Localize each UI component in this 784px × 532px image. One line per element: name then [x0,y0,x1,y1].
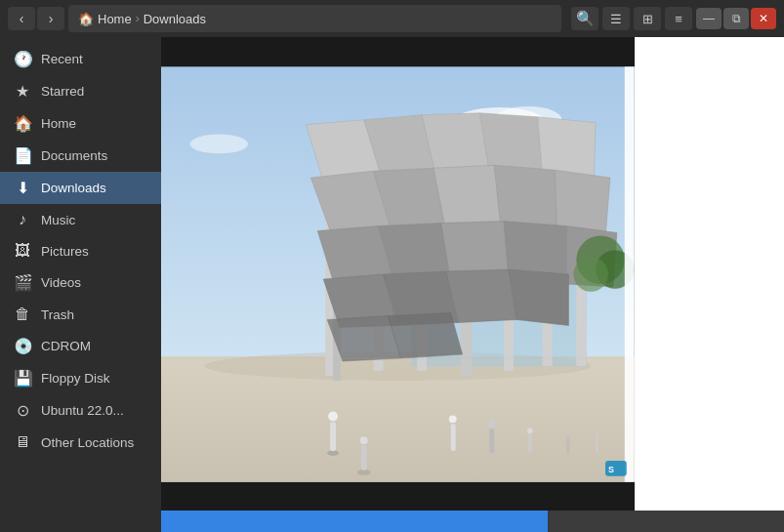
titlebar-actions: 🔍 ☰ ⊞ ≡ [571,7,692,30]
sidebar-item-other[interactable]: 🖥 Other Locations [0,427,161,458]
bottom-bar [161,511,784,532]
svg-rect-45 [361,445,367,471]
sidebar-item-trash[interactable]: 🗑 Trash [0,299,161,330]
menu-button[interactable]: ≡ [665,7,692,30]
sidebar-item-pictures[interactable]: 🖼 Pictures [0,235,161,266]
videos-icon: 🎬 [14,273,31,292]
nav-buttons: ‹ › [8,7,64,30]
svg-text:S: S [608,464,614,473]
maximize-button[interactable]: ⧉ [723,8,749,29]
downloads-icon: ⬇ [14,179,31,197]
svg-point-40 [573,257,608,292]
sidebar-label-starred: Starred [41,84,147,99]
titlebar: ‹ › 🏠 Home › Downloads 🔍 ☰ ⊞ ≡ — ⧉ ✕ [0,0,784,37]
svg-point-3 [190,134,248,153]
sidebar-item-home[interactable]: 🏠 Home [0,107,161,140]
sidebar-item-ubuntu[interactable]: ⊙ Ubuntu 22.0... [0,394,161,427]
progress-bar-remaining [548,511,784,532]
pictures-icon: 🖼 [14,242,31,260]
grid-view-button[interactable]: ⊞ [634,7,661,30]
minimize-button[interactable]: — [696,8,722,29]
sidebar-item-videos[interactable]: 🎬 Videos [0,266,161,299]
documents-icon: 📄 [14,146,31,165]
starred-icon: ★ [14,82,31,101]
sidebar-item-recent[interactable]: 🕐 Recent [0,43,161,75]
svg-marker-37 [388,312,462,357]
ubuntu-icon: ⊙ [14,401,31,420]
back-button[interactable]: ‹ [8,7,35,30]
sidebar-item-cdrom[interactable]: 💿 CDROM [0,330,161,362]
sidebar: 🕐 Recent ★ Starred 🏠 Home 📄 Documents ⬇ … [0,37,161,532]
svg-point-43 [328,411,338,421]
sidebar-item-starred[interactable]: ★ Starred [0,75,161,107]
breadcrumb-home[interactable]: Home [98,12,132,26]
sidebar-label-documents: Documents [41,148,147,163]
progress-bar-fill [161,511,548,532]
svg-rect-56 [625,66,635,481]
svg-point-50 [487,420,495,428]
recent-icon: 🕐 [14,50,31,68]
breadcrumb-separator: › [136,12,140,25]
main-area: 🕐 Recent ★ Starred 🏠 Home 📄 Documents ⬇ … [0,37,784,532]
sidebar-item-music[interactable]: ♪ Music [0,204,161,235]
breadcrumb[interactable]: 🏠 Home › Downloads [68,5,561,32]
search-button[interactable]: 🔍 [571,7,598,30]
sidebar-item-documents[interactable]: 📄 Documents [0,140,161,172]
sidebar-item-floppy[interactable]: 💾 Floppy Disk [0,362,161,394]
svg-rect-42 [330,422,336,451]
other-locations-icon: 🖥 [14,433,31,451]
svg-point-46 [360,436,368,444]
sidebar-label-videos: Videos [41,275,147,290]
sidebar-label-pictures: Pictures [41,244,147,259]
sidebar-label-recent: Recent [41,52,147,66]
right-panel [635,37,784,511]
svg-rect-53 [566,436,569,454]
svg-marker-34 [446,269,516,322]
music-icon: ♪ [14,211,31,228]
preview-image: ∽ ∽ [161,64,635,484]
sidebar-label-floppy: Floppy Disk [41,371,147,386]
content-area: ∽ ∽ [161,37,784,532]
svg-point-52 [527,428,533,433]
breadcrumb-current: Downloads [144,12,206,26]
trash-icon: 🗑 [14,306,31,323]
window-controls: — ⧉ ✕ [696,8,776,29]
sidebar-label-other: Other Locations [41,435,147,450]
svg-rect-49 [489,429,494,453]
image-viewer: ∽ ∽ [161,37,784,511]
sidebar-label-ubuntu: Ubuntu 22.0... [41,403,147,418]
sidebar-label-music: Music [41,213,147,227]
cdrom-icon: 💿 [14,337,31,355]
svg-rect-47 [451,424,456,451]
sidebar-label-downloads: Downloads [41,181,147,195]
home-sidebar-icon: 🏠 [14,114,31,133]
svg-marker-35 [509,269,568,325]
forward-button[interactable]: › [37,7,64,30]
sidebar-label-home: Home [41,116,147,131]
close-button[interactable]: ✕ [751,8,776,29]
sketchup-preview-svg: ∽ ∽ [161,64,635,484]
floppy-icon: 💾 [14,369,31,388]
sidebar-item-downloads[interactable]: ⬇ Downloads [0,172,161,204]
sidebar-label-trash: Trash [41,307,147,322]
svg-rect-51 [528,433,532,453]
svg-rect-54 [596,431,598,453]
list-view-button[interactable]: ☰ [602,7,630,30]
home-icon: 🏠 [78,12,94,26]
sidebar-label-cdrom: CDROM [41,339,147,353]
svg-point-48 [449,415,457,423]
